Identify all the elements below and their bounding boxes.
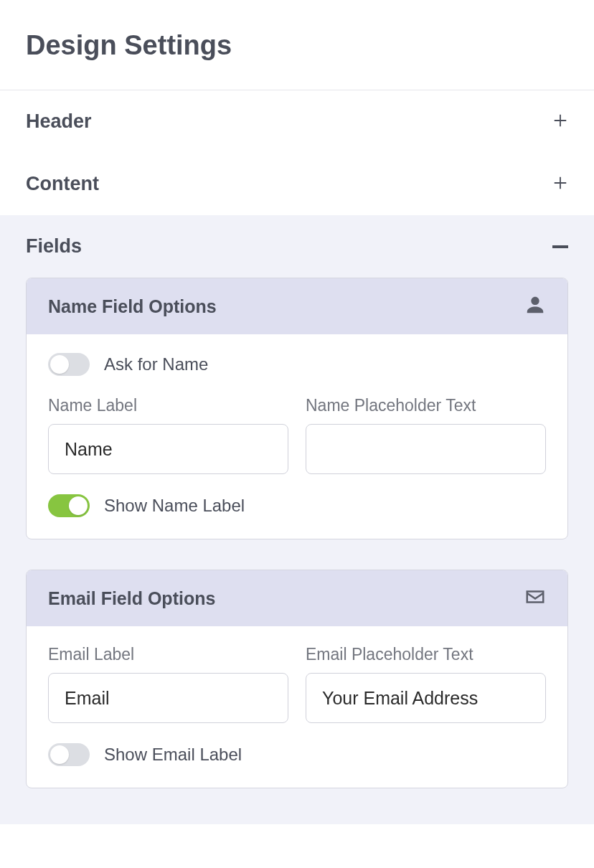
name-label-input[interactable]: [48, 424, 288, 474]
section-content: Content: [0, 153, 594, 215]
email-label-field-label: Email Label: [48, 645, 288, 664]
plus-icon: [552, 175, 568, 194]
envelope-icon: [524, 586, 546, 610]
section-header-row-content[interactable]: Content: [0, 153, 594, 215]
name-placeholder-field-col: Name Placeholder Text: [306, 396, 546, 474]
name-field-row: Name Label Name Placeholder Text: [48, 396, 546, 474]
show-name-label-row: Show Name Label: [48, 494, 546, 517]
toggle-knob: [50, 355, 69, 374]
section-header-row-fields[interactable]: Fields: [0, 215, 594, 278]
card-header-email: Email Field Options: [27, 570, 567, 626]
card-header-name: Name Field Options: [27, 278, 567, 334]
page-title: Design Settings: [0, 0, 594, 90]
ask-for-name-toggle[interactable]: [48, 353, 90, 376]
section-header-row-header[interactable]: Header: [0, 90, 594, 153]
name-placeholder-field-label: Name Placeholder Text: [306, 396, 546, 415]
email-placeholder-input[interactable]: [306, 673, 546, 723]
toggle-knob: [69, 496, 88, 515]
toggle-knob: [50, 745, 69, 764]
card-title-name: Name Field Options: [48, 296, 217, 317]
card-body-email: Email Label Email Placeholder Text Show …: [27, 626, 567, 788]
minus-icon: [552, 245, 568, 248]
show-name-label-label: Show Name Label: [104, 496, 245, 516]
card-title-email: Email Field Options: [48, 588, 215, 609]
show-name-label-toggle[interactable]: [48, 494, 90, 517]
email-label-field-col: Email Label: [48, 645, 288, 723]
ask-for-name-label: Ask for Name: [104, 354, 208, 374]
person-icon: [524, 294, 546, 319]
email-placeholder-field-col: Email Placeholder Text: [306, 645, 546, 723]
section-title-fields: Fields: [26, 235, 82, 258]
section-header: Header: [0, 90, 594, 153]
name-field-options-card: Name Field Options Ask for Name Name Lab…: [26, 278, 568, 539]
card-body-name: Ask for Name Name Label Name Placeholder…: [27, 334, 567, 539]
email-label-input[interactable]: [48, 673, 288, 723]
name-placeholder-input[interactable]: [306, 424, 546, 474]
show-email-label-label: Show Email Label: [104, 745, 242, 765]
section-fields: Fields Name Field Options Ask for Name N…: [0, 215, 594, 824]
section-title-content: Content: [26, 173, 99, 195]
email-placeholder-field-label: Email Placeholder Text: [306, 645, 546, 664]
show-email-label-row: Show Email Label: [48, 743, 546, 766]
name-label-field-label: Name Label: [48, 396, 288, 415]
email-field-row: Email Label Email Placeholder Text: [48, 645, 546, 723]
ask-for-name-row: Ask for Name: [48, 353, 546, 376]
plus-icon: [552, 113, 568, 131]
show-email-label-toggle[interactable]: [48, 743, 90, 766]
section-title-header: Header: [26, 110, 92, 133]
name-label-field-col: Name Label: [48, 396, 288, 474]
email-field-options-card: Email Field Options Email Label Email Pl…: [26, 570, 568, 788]
